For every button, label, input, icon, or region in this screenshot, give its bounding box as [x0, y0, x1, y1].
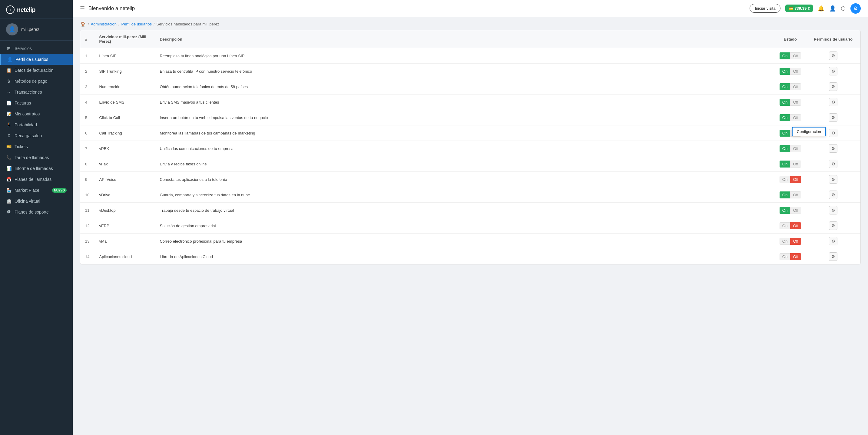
sidebar-item-informe[interactable]: 📊 Informe de llamadas: [0, 163, 73, 174]
table-row: 2 SIP Trunking Enlaza tu centralita IP c…: [80, 64, 861, 79]
sidebar-item-planes[interactable]: 📅 Planes de llamadas: [0, 174, 73, 185]
breadcrumb-sep-2: /: [118, 22, 120, 26]
toggle-on-14[interactable]: On: [780, 253, 790, 260]
settings-circle-button[interactable]: ⚙: [850, 3, 861, 13]
toggle-group-13: On Off: [780, 238, 801, 245]
nav-label-contratos: Mis contratos: [14, 112, 67, 116]
toggle-on-7[interactable]: On: [780, 145, 790, 152]
sidebar-item-recarga[interactable]: € Recarga saldo: [0, 130, 73, 141]
toggle-off-11[interactable]: Off: [790, 207, 801, 214]
toggle-on-1[interactable]: On: [780, 53, 790, 59]
logout-icon[interactable]: ⬡: [841, 5, 845, 12]
toggle-off-9[interactable]: Off: [790, 176, 801, 183]
gear-button-10[interactable]: ⚙: [829, 190, 837, 199]
menu-icon[interactable]: ☰: [80, 5, 85, 12]
sidebar-item-tarifa[interactable]: 📞 Tarifa de llamadas: [0, 152, 73, 163]
toggle-off-8[interactable]: Off: [790, 160, 801, 167]
sidebar-item-marketplace[interactable]: 🏪 Market Place NUEVO: [0, 185, 73, 196]
row-permisos-3: ⚙: [806, 79, 861, 94]
toggle-on-4[interactable]: On: [780, 99, 790, 106]
row-desc-9: Conecta tus aplicaciones a la telefonía: [155, 172, 774, 187]
gear-button-7[interactable]: ⚙: [829, 144, 837, 153]
home-breadcrumb-icon[interactable]: 🏠: [80, 21, 86, 27]
toggle-off-3[interactable]: Off: [790, 83, 801, 90]
toggle-group-14: On Off: [780, 253, 801, 260]
gear-button-5[interactable]: ⚙: [829, 113, 837, 122]
toggle-on-2[interactable]: On: [780, 68, 790, 75]
user-profile[interactable]: 👤 mili.perez: [0, 19, 73, 40]
row-num-14: 14: [80, 249, 94, 265]
row-num-13: 13: [80, 234, 94, 249]
gear-button-8[interactable]: ⚙: [829, 160, 837, 168]
row-desc-14: Librería de Aplicaciones Cloud: [155, 249, 774, 265]
nav-label-tarifa: Tarifa de llamadas: [14, 155, 67, 160]
toggle-off-5[interactable]: Off: [790, 114, 801, 121]
content-area: # Servicios: mili.perez (Mili Pérez) Des…: [73, 30, 868, 435]
row-permisos-5: ⚙: [806, 110, 861, 125]
toggle-on-9[interactable]: On: [780, 176, 790, 183]
toggle-off-13[interactable]: Off: [790, 238, 801, 245]
nav-icon-oficina: 🏢: [6, 199, 11, 204]
toggle-on-8[interactable]: On: [780, 160, 790, 167]
toggle-off-14[interactable]: Off: [790, 253, 801, 260]
toggle-off-1[interactable]: Off: [790, 53, 801, 59]
row-num-8: 8: [80, 156, 94, 172]
notifications-icon[interactable]: 🔔: [818, 5, 825, 12]
sidebar-item-facturas[interactable]: 📄 Facturas: [0, 97, 73, 108]
topbar-left: ☰ Bienvenido a netelip: [80, 5, 135, 12]
row-service-6: Call Tracking: [94, 125, 155, 141]
nav-label-marketplace: Market Place: [14, 188, 49, 193]
gear-button-9[interactable]: ⚙: [829, 175, 837, 184]
nav-label-tickets: Tickets: [14, 144, 67, 149]
gear-button-11[interactable]: ⚙: [829, 206, 837, 215]
sidebar-item-oficina[interactable]: 🏢 Oficina virtual: [0, 196, 73, 207]
toggle-off-2[interactable]: Off: [790, 68, 801, 75]
badge-nuevo-marketplace: NUEVO: [52, 188, 67, 193]
gear-button-2[interactable]: ⚙: [829, 67, 837, 75]
gear-button-3[interactable]: ⚙: [829, 83, 837, 91]
toggle-on-6[interactable]: On: [780, 130, 790, 136]
row-desc-1: Reemplaza tu línea analógica por una Lín…: [155, 48, 774, 64]
toggle-group-10: On Off: [780, 191, 801, 198]
gear-button-13[interactable]: ⚙: [829, 237, 837, 245]
row-num-7: 7: [80, 141, 94, 156]
row-service-4: Envío de SMS: [94, 94, 155, 110]
sidebar-item-portabilidad[interactable]: 📱 Portabilidad: [0, 119, 73, 130]
toggle-on-12[interactable]: On: [780, 222, 790, 229]
toggle-group-2: On Off: [780, 68, 801, 75]
sidebar-item-transacciones[interactable]: ↔ Transacciones: [0, 87, 73, 97]
sidebar-item-facturacion[interactable]: 📋 Datos de facturación: [0, 65, 73, 76]
sidebar-item-tickets[interactable]: 🎫 Tickets: [0, 141, 73, 152]
sidebar-item-pagos[interactable]: $ Métodos de pago: [0, 76, 73, 87]
sidebar-item-soporte[interactable]: 🛠 Planes de soporte: [0, 207, 73, 218]
breadcrumb-perfil[interactable]: Perfil de usuarios: [121, 22, 152, 26]
visit-button[interactable]: Iniciar visita: [750, 4, 780, 13]
toggle-on-11[interactable]: On: [780, 207, 790, 214]
toggle-on-5[interactable]: On: [780, 114, 790, 121]
sidebar-item-contratos[interactable]: 📝 Mis contratos: [0, 108, 73, 119]
toggle-group-11: On Off: [780, 207, 801, 214]
sidebar-item-servicios[interactable]: ⊞ Servicios: [0, 43, 73, 54]
toggle-on-3[interactable]: On: [780, 83, 790, 90]
nav-icon-soporte: 🛠: [6, 210, 11, 215]
gear-button-14[interactable]: ⚙: [829, 252, 837, 261]
gear-button-4[interactable]: ⚙: [829, 98, 837, 106]
toggle-group-8: On Off: [780, 160, 801, 167]
toggle-off-10[interactable]: Off: [790, 191, 801, 198]
toggle-off-12[interactable]: Off: [790, 222, 801, 229]
sidebar-item-perfil[interactable]: 👤 Perfil de usuarios: [0, 54, 73, 65]
toggle-off-7[interactable]: Off: [790, 145, 801, 152]
toggle-on-13[interactable]: On: [780, 238, 790, 245]
user-icon[interactable]: 👤: [829, 5, 836, 12]
toggle-off-4[interactable]: Off: [790, 99, 801, 106]
table-row: 9 API Voice Conecta tus aplicaciones a l…: [80, 172, 861, 187]
breadcrumb-sep-3: /: [154, 22, 155, 26]
gear-button-12[interactable]: ⚙: [829, 221, 837, 230]
breadcrumb-admin[interactable]: Administración: [91, 22, 117, 26]
breadcrumb: 🏠 / Administración / Perfil de usuarios …: [73, 17, 868, 30]
gear-button-6[interactable]: ⚙: [829, 129, 837, 137]
toggle-on-10[interactable]: On: [780, 191, 790, 198]
nav-label-portabilidad: Portabilidad: [14, 122, 67, 127]
topbar: ☰ Bienvenido a netelip Iniciar visita 💳 …: [73, 0, 868, 17]
gear-button-1[interactable]: ⚙: [829, 52, 837, 60]
